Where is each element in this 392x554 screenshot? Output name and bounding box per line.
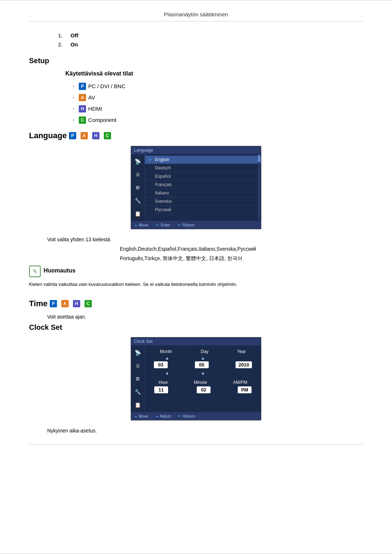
badge-a: A (81, 132, 88, 139)
menu-icon-support: 📋 (133, 209, 143, 219)
menu-icon-selected: ⚙ (133, 374, 143, 384)
menu-item-label: English (155, 157, 169, 162)
footer-return: ↩ Return (178, 414, 195, 419)
up-arrow-year: ▲ (237, 356, 241, 361)
clock-main: Month Day Year ▲ ▲ ▲ 03 · 05 · 2010 (145, 345, 261, 412)
ampm-value[interactable]: PM (238, 386, 252, 393)
badge-c: C (85, 300, 92, 307)
menu-icon-selected: ⚙ (133, 182, 143, 193)
page-title: Plasmanäytön säätäminen (29, 11, 363, 21)
clock-menu-title-bar: Clock Set (131, 337, 261, 345)
bullet-dot: · (73, 94, 74, 101)
badge-p: P (79, 83, 86, 90)
list-item: 1. Off (58, 32, 363, 38)
time-heading: Time P A H C (29, 299, 363, 308)
up-arrow-month[interactable]: ▲ (165, 356, 169, 361)
dot3: · (181, 387, 183, 393)
minute-label: Minute (194, 380, 207, 385)
list-num: 2. (58, 41, 69, 48)
setup-subtitle: Käytettävissä olevat tilat (65, 70, 363, 77)
numbered-list: 1. Off 2. On (58, 32, 363, 48)
down-arrow-year: ▼ (237, 371, 241, 376)
menu-item-label: Español (155, 174, 171, 179)
adjust-icon: ⬥ (156, 414, 158, 419)
list-num: 1. (58, 32, 69, 38)
clock-icons-col: 📡 🖥 ⚙ 🔧 📋 (131, 345, 145, 412)
menu-item-english[interactable]: ✔ English (145, 156, 261, 164)
menu-item-label: Svenska (155, 199, 172, 204)
menu-item-svenska[interactable]: Svenska (145, 197, 261, 206)
bullet-label: AV (88, 94, 95, 100)
menu-icon-antenna: 📡 (133, 156, 143, 167)
dot1: · (180, 362, 182, 368)
down-arrow-day[interactable]: ▼ (201, 371, 205, 376)
check-icon: ✔ (148, 157, 153, 162)
language-desc1: Voit valita yhden 13 kielestä. (47, 237, 363, 242)
list-item: · H HDMI (73, 105, 363, 112)
menu-item-label: Français (155, 182, 172, 187)
badge-c: C (79, 116, 86, 124)
menu-item-deutsch[interactable]: Deutsch (145, 164, 261, 172)
list-item: 2. On (58, 41, 363, 48)
hour-value[interactable]: 11 (154, 386, 168, 393)
footer-move: ⬥ Move (135, 414, 148, 419)
menu-item-label: Deutsch (155, 165, 171, 171)
arrow-icon: ⬥ (135, 222, 137, 227)
menu-item-russian[interactable]: Русский (145, 206, 261, 214)
language-desc3: Português,Türkçe, 简体中文, 繁體中文, 日本語, 한국어 (120, 255, 363, 262)
clock-date-values: 03 · 05 · 2010 (149, 361, 257, 368)
dot2: · (221, 362, 223, 368)
day-label: Day (201, 349, 208, 354)
menu-content: 📡 🖥 ⚙ 🔧 📋 ✔ English Deutsch Españo (131, 154, 261, 221)
arrow-icon: ⬥ (135, 414, 137, 419)
menu-scrollbar[interactable] (258, 154, 260, 221)
bullet-dot: · (73, 82, 74, 90)
badge-c: C (104, 132, 111, 139)
note-text: Kielen valinta vaikuttaa vain kuvaruutuv… (29, 281, 363, 288)
page-container: Plasmanäytön säätäminen 1. Off 2. On Set… (0, 0, 392, 554)
menu-icons-col: 📡 🖥 ⚙ 🔧 📋 (131, 154, 145, 221)
menu-item-francais[interactable]: Français (145, 181, 261, 189)
hour-label: Hour (159, 380, 168, 385)
down-arrow-month[interactable]: ▼ (165, 371, 169, 376)
clock-row-labels: Month Day Year (149, 349, 257, 354)
bullet-label: PC / DVI / BNC (88, 83, 126, 89)
current-setting-text: Nykyinen aika-asetus. (47, 428, 363, 434)
minute-value[interactable]: 02 (197, 386, 211, 393)
clock-set-title: Clock Set (29, 323, 363, 332)
badge-h: H (79, 105, 86, 112)
bullet-dot: · (73, 105, 74, 112)
list-item: · P PC / DVI / BNC (73, 82, 363, 90)
clock-footer: ⬥ Move ⬥ Adjust ↩ Return (131, 412, 261, 420)
clock-set-screenshot: Clock Set 📡 🖥 ⚙ 🔧 📋 Month Day Year (131, 337, 261, 420)
return-icon: ↩ (177, 222, 181, 227)
time-title: Time (29, 299, 48, 308)
menu-item-espanol[interactable]: Español (145, 172, 261, 181)
month-value[interactable]: 03 (154, 361, 168, 368)
ampm-label: AM/PM (233, 380, 247, 385)
year-value[interactable]: 2010 (236, 361, 252, 368)
clock-time-labels: Hour Minute AM/PM (149, 380, 257, 385)
badge-a: A (79, 94, 86, 101)
enter-icon: ↵ (156, 222, 159, 227)
setup-bullets: · P PC / DVI / BNC · A AV · H HDMI · C C… (73, 82, 363, 124)
language-title: Language (29, 131, 67, 140)
year-label: Year (237, 349, 246, 354)
menu-title-bar: Language (131, 146, 261, 154)
list-label-on: On (70, 41, 78, 48)
list-item: · A AV (73, 94, 363, 101)
footer-return: ↩ Return (177, 222, 195, 227)
page-divider (29, 444, 363, 445)
footer-move: ⬥ Move (135, 222, 148, 227)
clock-time-values: 11 · 02 PM (149, 386, 257, 393)
language-menu-screenshot: Language 📡 🖥 ⚙ 🔧 📋 ✔ English Deutsch (131, 146, 261, 229)
bullet-label: Component (88, 117, 117, 123)
up-arrow-day[interactable]: ▲ (201, 356, 205, 361)
day-value[interactable]: 05 (195, 361, 209, 368)
menu-icon-monitor: 🖥 (133, 361, 143, 371)
clock-content: 📡 🖥 ⚙ 🔧 📋 Month Day Year ▲ ▲ ▲ (131, 345, 261, 412)
language-desc2: English,Deutsch,Español,Français,Italian… (120, 246, 363, 252)
menu-icon-gear: 🔧 (133, 196, 143, 206)
menu-item-italiano[interactable]: Italiano (145, 189, 261, 197)
scrollbar-thumb (258, 155, 260, 162)
